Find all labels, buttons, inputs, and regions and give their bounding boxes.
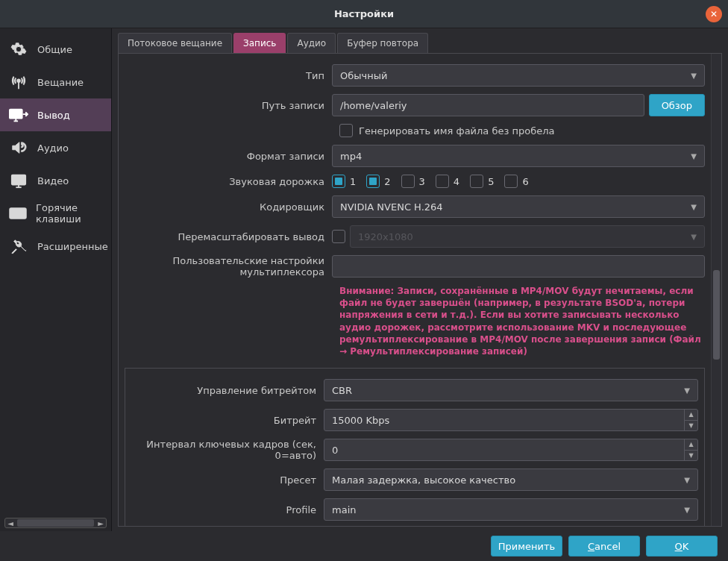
chevron-down-icon: ▼ [691,203,697,211]
track-4-number: 4 [454,176,459,187]
sidebar: Общие Вещание Вывод Аудио Видео [0,28,112,531]
browse-button[interactable]: Обзор [649,94,705,116]
tab-recording[interactable]: Запись [233,33,286,53]
speaker-icon [9,138,28,157]
track-5-checkbox[interactable] [470,175,483,188]
generate-filename-checkbox[interactable] [339,124,353,137]
rescale-checkbox[interactable] [332,230,345,243]
type-label: Тип [125,70,332,81]
chevron-down-icon: ▼ [691,152,697,160]
recording-path-input[interactable]: /home/valeriy [332,94,644,116]
generate-filename-label: Генерировать имя файла без пробела [359,125,555,137]
sidebar-horizontal-scrollbar[interactable]: ◄ ► [4,518,107,528]
track-6-checkbox[interactable] [504,175,518,188]
encoder-label: Кодировщик [125,201,332,213]
sidebar-item-advanced[interactable]: Расширенные [0,230,111,263]
mux-label: Пользовательские настройки мультиплексор… [125,255,332,278]
sidebar-item-general[interactable]: Общие [0,33,111,66]
rescale-label: Перемасштабировать вывод [125,231,332,242]
titlebar: Настройки ✕ [0,0,728,28]
cancel-button[interactable]: Cancel [568,536,640,557]
sidebar-item-video[interactable]: Видео [0,164,111,197]
tools-icon [9,236,28,256]
track-1-number: 1 [350,176,356,187]
encoder-settings-group: Управление битрейтом CBR ▼ Битрейт [125,368,705,526]
track-3-checkbox[interactable] [401,175,415,188]
chevron-down-icon: ▼ [684,506,690,514]
spin-up-icon[interactable]: ▲ [685,439,697,451]
rate-control-label: Управление битрейтом [131,385,324,396]
preset-label: Пресет [131,474,324,486]
sidebar-item-label: Общие [37,44,72,55]
keyint-spinbox[interactable]: 0 ▲▼ [324,439,698,461]
antenna-icon [9,72,28,92]
keyboard-icon [9,204,27,223]
type-select[interactable]: Обычный ▼ [332,64,705,87]
chevron-down-icon: ▼ [684,386,690,395]
tab-streaming[interactable]: Потоковое вещание [118,33,232,53]
sidebar-item-label: Вывод [37,110,70,121]
mux-settings-input[interactable] [332,255,705,278]
window-title: Настройки [334,8,394,19]
tab-audio[interactable]: Аудио [287,33,336,53]
track-2-number: 2 [384,176,390,187]
track-1-checkbox[interactable] [332,175,345,188]
keyint-label: Интервал ключевых кадров (сек, 0=авто) [131,439,324,461]
svg-rect-2 [10,110,22,119]
monitor-icon [9,171,28,190]
bitrate-spinbox[interactable]: 15000 Kbps ▲▼ [324,409,698,431]
rate-control-select[interactable]: CBR ▼ [324,379,698,401]
close-button[interactable]: ✕ [706,6,722,22]
scrollbar-thumb[interactable] [713,270,720,360]
close-icon: ✕ [710,9,718,19]
sidebar-item-audio[interactable]: Аудио [0,131,111,164]
sidebar-item-label: Видео [37,175,69,187]
format-select[interactable]: mp4 ▼ [332,145,705,167]
svg-rect-5 [12,175,25,185]
track-2-checkbox[interactable] [366,175,380,188]
track-5-number: 5 [488,176,494,187]
content-area: Потоковое вещание Запись Аудио Буфер пов… [112,28,728,531]
profile-label: Profile [131,504,324,515]
apply-button[interactable]: Применить [491,536,562,557]
settings-panel: Тип Обычный ▼ Путь записи /home/valeriy [118,53,722,527]
track-6-number: 6 [522,176,528,187]
sidebar-item-hotkeys[interactable]: Горячие клавиши [0,197,111,230]
spin-up-icon[interactable]: ▲ [685,410,697,421]
path-label: Путь записи [125,100,332,111]
chevron-down-icon: ▼ [684,476,690,484]
output-tabs: Потоковое вещание Запись Аудио Буфер пов… [112,28,728,53]
dialog-footer: Применить Cancel OK [0,531,728,561]
sidebar-item-label: Вещание [37,77,84,88]
track-3-number: 3 [419,176,425,187]
profile-select[interactable]: main ▼ [324,498,698,521]
track-4-checkbox[interactable] [436,175,449,188]
rescale-resolution-select[interactable]: 1920x1080 ▼ [350,225,705,248]
spin-down-icon[interactable]: ▼ [685,451,697,461]
gear-icon [9,40,28,59]
bitrate-label: Битрейт [131,415,324,426]
svg-point-0 [17,79,20,82]
spin-down-icon[interactable]: ▼ [685,421,697,431]
chevron-down-icon: ▼ [691,72,697,80]
sidebar-item-output[interactable]: Вывод [0,98,111,131]
format-label: Формат записи [125,151,332,162]
track-label: Звуковая дорожка [125,176,332,187]
sidebar-item-label: Расширенные [37,241,108,252]
scroll-left-icon: ◄ [5,519,16,527]
chevron-down-icon: ▼ [691,233,697,241]
mp4-warning-text: Внимание: Записи, сохранённые в MP4/MOV … [339,285,702,357]
scroll-right-icon: ► [95,519,106,527]
ok-button[interactable]: OK [646,536,718,557]
preset-select[interactable]: Малая задержка, высокое качество ▼ [324,468,698,491]
encoder-select[interactable]: NVIDIA NVENC H.264 ▼ [332,195,705,218]
tab-replay-buffer[interactable]: Буфер повтора [337,33,428,53]
sidebar-item-stream[interactable]: Вещание [0,66,111,98]
scrollbar-thumb[interactable] [17,519,94,527]
sidebar-item-label: Горячие клавиши [36,202,111,225]
sidebar-item-label: Аудио [37,142,69,154]
panel-vertical-scrollbar[interactable] [711,54,721,526]
monitor-arrow-icon [9,105,28,125]
